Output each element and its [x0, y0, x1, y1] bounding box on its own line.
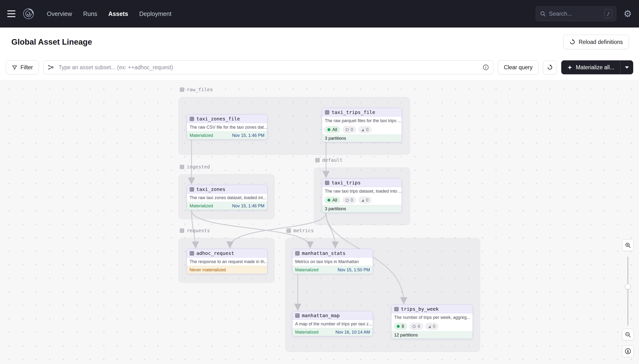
download-view-button[interactable]: [622, 346, 634, 357]
partitions-count: 3 partitions: [322, 205, 402, 212]
materialization-timestamp[interactable]: Nov 15, 1:46 PM: [232, 133, 264, 138]
search-icon: [540, 10, 546, 17]
asset-table-icon: [295, 251, 300, 256]
asset-description: A map of the number of trips per taxi z.…: [292, 320, 373, 328]
asset-name: trips_by_week: [401, 306, 439, 312]
zoom-out-button[interactable]: [622, 329, 634, 340]
materialization-timestamp[interactable]: Nov 16, 10:14 AM: [335, 330, 370, 335]
nav-runs[interactable]: Runs: [83, 10, 97, 18]
status-badge: Materialized: [295, 330, 319, 335]
nav-overview[interactable]: Overview: [47, 10, 72, 18]
zoom-in-button[interactable]: [622, 240, 634, 251]
dagster-logo[interactable]: [23, 8, 34, 20]
asset-description: The raw taxi trips dataset, loaded into …: [322, 187, 402, 195]
materialize-split-button: Materialize all...: [561, 60, 633, 74]
asset-node-trips-by-week[interactable]: trips_by_week The number of trips per we…: [391, 304, 473, 339]
materialized-dot-icon: [397, 325, 400, 328]
group-grid-icon: [180, 228, 184, 233]
asset-subset-input[interactable]: [43, 60, 493, 74]
asset-description: The raw taxi zones dataset, loaded int..…: [187, 194, 267, 202]
missing-triangle-icon: ▲: [362, 198, 364, 202]
zoom-slider-track[interactable]: [627, 256, 628, 326]
asset-name: adhoc_request: [196, 250, 234, 256]
asset-description: The response to an request made in th...: [187, 258, 267, 266]
missing-partitions-badge: ▲0: [358, 196, 372, 204]
refresh-icon: [547, 64, 553, 70]
chevron-down-icon: [625, 66, 629, 68]
group-label-default[interactable]: default: [315, 157, 342, 163]
reload-definitions-button[interactable]: Reload definitions: [563, 35, 629, 49]
asset-name: taxi_zones: [196, 186, 225, 192]
asset-node-taxi-zones[interactable]: taxi_zones The raw taxi zones dataset, l…: [187, 185, 267, 210]
group-label-raw-files[interactable]: raw_files: [180, 87, 213, 92]
failed-circle-icon: [412, 325, 416, 328]
clear-query-label: Clear query: [504, 64, 532, 71]
partitions-count: 3 partitions: [322, 134, 402, 142]
menu-icon[interactable]: [7, 10, 16, 17]
info-icon[interactable]: [482, 64, 489, 71]
group-label-metrics[interactable]: metrics: [286, 228, 314, 234]
materialization-timestamp[interactable]: Nov 15, 1:46 PM: [232, 204, 264, 208]
materialize-all-label: Materialize all...: [576, 64, 614, 71]
status-badge: Materialized: [295, 268, 319, 272]
asset-name: taxi_zones_file: [196, 116, 240, 122]
asset-node-taxi-trips-file[interactable]: taxi_trips_file The raw parquet files fo…: [322, 108, 402, 142]
failed-circle-icon: [346, 128, 349, 131]
failed-partitions-badge: 0: [342, 126, 356, 133]
nav-assets[interactable]: Assets: [109, 10, 128, 18]
reload-definitions-label: Reload definitions: [579, 39, 623, 46]
asset-node-adhoc-request[interactable]: adhoc_request The response to an request…: [187, 249, 267, 274]
asset-node-manhattan-stats[interactable]: manhattan_stats Metrics on taxi trips in…: [292, 249, 373, 274]
page-header: Global Asset Lineage Reload definitions: [0, 28, 639, 56]
materialized-dot-icon: [327, 199, 330, 202]
filter-button[interactable]: Filter: [6, 60, 39, 74]
refresh-button[interactable]: [543, 60, 557, 74]
asset-node-taxi-zones-file[interactable]: taxi_zones_file The raw CSV file for the…: [187, 114, 267, 140]
status-badge: Materialized: [190, 133, 213, 138]
asset-node-taxi-trips[interactable]: taxi_trips The raw taxi trips dataset, l…: [322, 178, 402, 213]
zoom-slider-thumb[interactable]: [625, 284, 631, 290]
group-name: requests: [187, 228, 210, 234]
partitions-count: 12 partitions: [391, 331, 473, 339]
asset-name: taxi_trips: [332, 180, 361, 186]
materialized-dot-icon: [327, 128, 330, 131]
lineage-canvas[interactable]: raw_files ingested default requests metr…: [0, 80, 639, 364]
group-name: raw_files: [187, 87, 213, 92]
materialized-partitions-badge: All: [324, 196, 340, 204]
asset-name: taxi_trips_file: [332, 109, 375, 115]
failed-partitions-badge: 4: [409, 323, 423, 330]
materialization-timestamp[interactable]: Nov 15, 1:50 PM: [338, 268, 370, 272]
global-search[interactable]: /: [536, 6, 616, 21]
group-grid-icon: [180, 164, 184, 169]
materialized-partitions-badge: All: [324, 126, 340, 133]
materialize-dropdown-caret[interactable]: [620, 60, 633, 74]
group-grid-icon: [180, 88, 184, 92]
lineage-graph-icon: [48, 64, 54, 71]
settings-gear-icon[interactable]: ⚙: [623, 9, 632, 18]
status-badge: Never materialized: [190, 268, 226, 272]
group-name: ingested: [187, 164, 210, 170]
group-name: metrics: [293, 228, 314, 234]
failed-partitions-badge: 0: [342, 196, 356, 204]
missing-triangle-icon: ▲: [362, 128, 364, 131]
missing-partitions-badge: ▲0: [358, 126, 372, 133]
group-label-requests[interactable]: requests: [180, 228, 210, 234]
asset-table-icon: [190, 187, 194, 192]
reload-icon: [569, 39, 575, 45]
status-badge: Materialized: [190, 204, 213, 208]
materialize-all-button[interactable]: Materialize all...: [561, 60, 620, 74]
group-label-ingested[interactable]: ingested: [180, 164, 210, 170]
asset-table-icon: [190, 116, 194, 121]
filter-label: Filter: [21, 64, 33, 71]
nav-deployment[interactable]: Deployment: [139, 10, 172, 18]
zoom-in-icon: [625, 242, 631, 248]
asset-table-icon: [325, 180, 329, 185]
asset-node-manhattan-map[interactable]: manhattan_map A map of the number of tri…: [292, 311, 373, 336]
sparkle-icon: [567, 65, 572, 70]
asset-table-icon: [295, 313, 300, 318]
asset-query-field: [43, 60, 493, 74]
clear-query-button[interactable]: Clear query: [498, 60, 538, 74]
search-input[interactable]: [549, 10, 601, 17]
asset-table-icon: [190, 251, 194, 256]
asset-table-icon: [325, 110, 329, 115]
